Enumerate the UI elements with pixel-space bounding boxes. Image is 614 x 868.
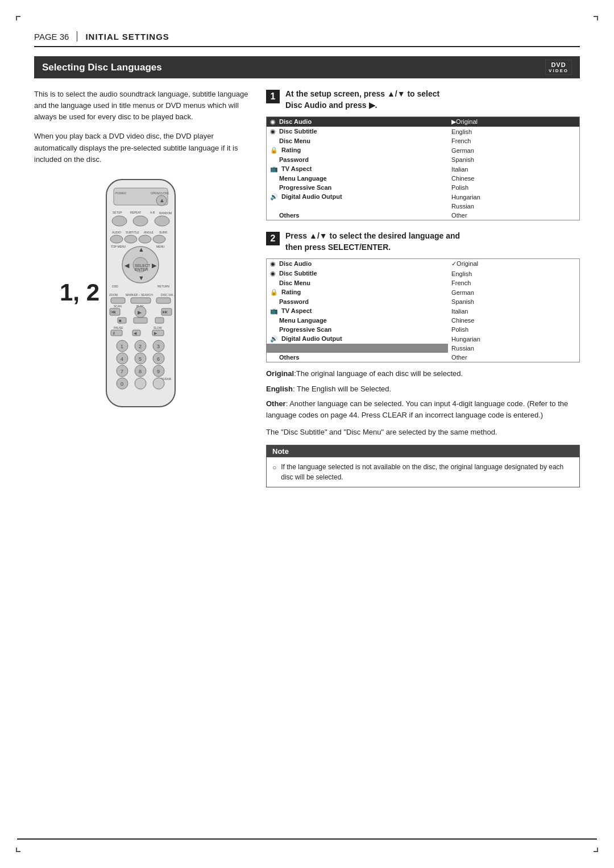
page-content: PAGE 36 INITIAL SETTINGS Selecting Disc … bbox=[34, 31, 580, 837]
menu-row: 🔒 Rating German bbox=[267, 145, 580, 155]
menu-right-cell: ✓Original bbox=[448, 259, 579, 269]
menu-row: Russian bbox=[267, 202, 580, 211]
menu-left-cell: ◉ Disc Subtitle bbox=[267, 127, 449, 136]
disc-subtitle-icon: ◉ bbox=[270, 128, 276, 135]
svg-rect-49 bbox=[134, 318, 147, 323]
svg-text:0: 0 bbox=[121, 381, 123, 387]
bottom-separator bbox=[17, 838, 597, 840]
page-header: PAGE 36 INITIAL SETTINGS bbox=[34, 31, 580, 47]
dvd-logo-video: VIDEO bbox=[549, 68, 569, 73]
other-desc: Other: Another language can be selected.… bbox=[266, 398, 580, 421]
menu-left-cell: Menu Language bbox=[267, 316, 449, 325]
note-bullet-icon: ○ bbox=[272, 462, 276, 473]
menu-row: Menu Language Chinese bbox=[267, 174, 580, 183]
menu-right-cell: Italian bbox=[448, 164, 579, 174]
svg-point-19 bbox=[139, 235, 151, 243]
menu-right-cell: Italian bbox=[448, 306, 579, 316]
main-columns: This is to select the audio soundtrack l… bbox=[34, 89, 580, 498]
tv-icon2: 📺 bbox=[270, 307, 278, 315]
descriptions: Original:The original language of each d… bbox=[266, 368, 580, 421]
svg-text:▼: ▼ bbox=[138, 274, 144, 281]
svg-point-10 bbox=[133, 216, 148, 226]
menu-left-cell: ◉ Disc Audio bbox=[267, 117, 449, 127]
menu-left-cell bbox=[267, 202, 449, 211]
step2-number: 2 bbox=[266, 232, 280, 245]
audio-icon: 🔊 bbox=[270, 193, 278, 201]
password-label: Password bbox=[279, 156, 309, 163]
menu-row: 🔊 Digital Audio Output Hungarian bbox=[267, 334, 580, 344]
menu-left-cell: Menu Language bbox=[267, 174, 449, 183]
original-desc: Original:The original language of each d… bbox=[266, 368, 580, 379]
menu-row: Russian bbox=[267, 344, 580, 353]
audio-icon2: 🔊 bbox=[270, 335, 278, 343]
svg-point-18 bbox=[125, 235, 137, 243]
step-label-12: 1, 2 bbox=[60, 279, 99, 306]
svg-text:MENU: MENU bbox=[156, 245, 165, 248]
tv-aspect-label: TV Aspect bbox=[281, 165, 312, 172]
disc-subtitle-icon2: ◉ bbox=[270, 270, 276, 277]
disc-audio-label2: Disc Audio bbox=[279, 260, 312, 267]
menu-left-cell: Password bbox=[267, 155, 449, 164]
header-title: INITIAL SETTINGS bbox=[85, 32, 169, 41]
rating-icon: 🔒 bbox=[270, 147, 278, 154]
menu-row: Others Other bbox=[267, 353, 580, 362]
menu-row: 🔒 Rating German bbox=[267, 287, 580, 297]
menu-left-cell: 🔊 Digital Audio Output bbox=[267, 334, 449, 344]
svg-text:OPEN/CLOSE: OPEN/CLOSE bbox=[151, 191, 169, 195]
menu-right-cell: Other bbox=[448, 211, 579, 220]
svg-text:▲: ▲ bbox=[138, 246, 144, 253]
corner-mark-tr bbox=[594, 16, 598, 20]
other-text: : Another language can be selected. You … bbox=[266, 399, 568, 419]
menu-row: ◉ Disc Audio ✓Original bbox=[267, 259, 580, 269]
menu-row: ◉ Disc Subtitle English bbox=[267, 127, 580, 136]
svg-text:ZOOM: ZOOM bbox=[109, 293, 118, 297]
left-column: This is to select the audio soundtrack l… bbox=[34, 89, 250, 498]
menu-left-cell: ◉ Disc Audio bbox=[267, 259, 449, 269]
menu-left-cell: 🔊 Digital Audio Output bbox=[267, 192, 449, 202]
svg-point-9 bbox=[112, 216, 127, 226]
svg-text:7: 7 bbox=[121, 369, 123, 374]
svg-text:3: 3 bbox=[157, 344, 160, 349]
svg-text:SUBTITLE: SUBTITLE bbox=[126, 231, 140, 234]
corner-mark-br bbox=[594, 848, 598, 852]
menu-left-cell: 🔒 Rating bbox=[267, 287, 449, 297]
remote-container: 1, 2 POWER OPEN/CLOSE ▲ SETUP bbox=[34, 177, 250, 417]
svg-point-11 bbox=[155, 216, 169, 226]
svg-text:OSD: OSD bbox=[112, 285, 118, 288]
menu-row: Menu Language Chinese bbox=[267, 316, 580, 325]
svg-text:AUDIO: AUDIO bbox=[112, 231, 121, 234]
svg-rect-37 bbox=[131, 298, 151, 303]
step2-text: Press ▲/▼ to select the desired language… bbox=[285, 231, 460, 253]
rating-label: Rating bbox=[281, 147, 301, 153]
svg-text:■: ■ bbox=[119, 318, 122, 323]
menu-right-cell: English bbox=[448, 269, 579, 278]
svg-rect-38 bbox=[156, 298, 171, 303]
progressive-scan-label: Progressive Scan bbox=[279, 184, 331, 191]
menu-table-2: ◉ Disc Audio ✓Original ◉ Disc Subtitle E… bbox=[266, 258, 580, 362]
menu-left-cell: Disc Menu bbox=[267, 278, 449, 287]
menu-right-cell: Spanish bbox=[448, 155, 579, 164]
other-label: Other bbox=[266, 399, 286, 408]
menu-row: Disc Menu French bbox=[267, 136, 580, 145]
svg-text:9: 9 bbox=[157, 369, 160, 374]
svg-text:6: 6 bbox=[157, 356, 160, 362]
svg-rect-50 bbox=[155, 318, 164, 323]
menu-row: ◉ Disc Subtitle English bbox=[267, 269, 580, 278]
menu-right-cell: Hungarian bbox=[448, 192, 579, 202]
note-box: Note ○ If the language selected is not a… bbox=[266, 445, 580, 487]
intro-para2: When you play back a DVD video disc, the… bbox=[34, 131, 250, 165]
step1-header: 1 At the setup screen, press ▲/▼ to sele… bbox=[266, 89, 580, 111]
tv-aspect-label2: TV Aspect bbox=[281, 307, 312, 314]
disc-menu-label2: Disc Menu bbox=[279, 279, 310, 286]
english-text: : The English will be Selected. bbox=[293, 385, 391, 393]
menu-left-cell: 🔒 Rating bbox=[267, 145, 449, 155]
svg-text:ENTER: ENTER bbox=[135, 268, 148, 272]
svg-text:MARKER – SEARCH: MARKER – SEARCH bbox=[126, 293, 153, 297]
english-label: English bbox=[266, 385, 293, 393]
menu-row: ◉ Disc Audio ▶Original bbox=[267, 117, 580, 127]
svg-text:REPEAT: REPEAT bbox=[130, 211, 142, 214]
svg-text:▶: ▶ bbox=[152, 262, 157, 269]
svg-text:1: 1 bbox=[121, 344, 123, 349]
menu-left-cell: ◉ Disc Subtitle bbox=[267, 269, 449, 278]
page-number: PAGE 36 bbox=[34, 32, 69, 41]
